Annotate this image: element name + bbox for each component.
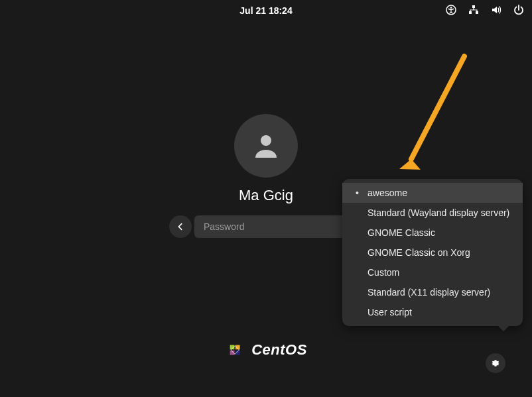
gear-icon [490, 358, 501, 369]
svg-marker-12 [399, 159, 421, 170]
svg-point-5 [261, 135, 271, 146]
accessibility-icon[interactable] [446, 5, 456, 17]
session-item[interactable]: GNOME Classic on Xorg [342, 243, 523, 262]
session-item[interactable]: Standard (X11 display server) [342, 282, 523, 302]
clock[interactable]: Jul 21 18:24 [239, 5, 292, 16]
svg-point-1 [450, 7, 452, 9]
annotation-arrow [391, 53, 478, 179]
session-settings-button[interactable] [486, 353, 505, 373]
svg-rect-2 [472, 5, 475, 8]
svg-rect-4 [476, 11, 478, 14]
session-item[interactable]: Custom [342, 262, 523, 282]
chevron-left-icon [176, 222, 185, 231]
session-item[interactable]: Standard (Wayland display server) [342, 203, 523, 223]
back-button[interactable] [169, 215, 192, 238]
session-menu: awesomeStandard (Wayland display server)… [342, 179, 523, 326]
session-item[interactable]: awesome [342, 183, 523, 203]
session-item[interactable]: GNOME Classic [342, 223, 523, 243]
network-icon[interactable] [468, 5, 479, 17]
password-input-wrap [194, 215, 363, 238]
password-row [169, 215, 363, 238]
centos-logo-icon [225, 340, 245, 360]
username-label: Ma Gcig [239, 187, 293, 204]
branding-text: CentOS [251, 341, 307, 359]
session-item[interactable]: User script [342, 302, 523, 322]
avatar [234, 114, 298, 178]
svg-rect-3 [469, 11, 472, 14]
password-input[interactable] [194, 215, 363, 238]
volume-icon[interactable] [491, 5, 501, 17]
user-icon [250, 130, 282, 162]
topbar-status-area [446, 5, 524, 17]
topbar: Jul 21 18:24 [0, 0, 532, 21]
branding: CentOS [225, 340, 307, 360]
power-icon[interactable] [513, 5, 524, 17]
